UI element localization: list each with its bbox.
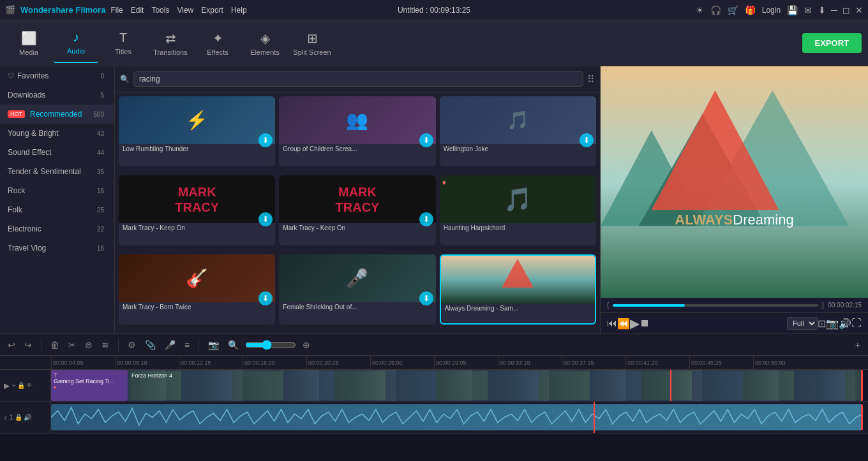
- audio-card-2[interactable]: 👥 Group of Children Screa... ⬇: [279, 96, 435, 166]
- ruler-mark-5: 00:00:25:00: [370, 356, 434, 370]
- audio-vol-button[interactable]: 🔊: [24, 414, 31, 421]
- gift-icon[interactable]: 🎁: [745, 5, 756, 15]
- sidebar-item-electronic[interactable]: Electronic 22: [0, 219, 114, 238]
- download-button-2[interactable]: ⬇: [419, 133, 433, 147]
- track-eye-button[interactable]: 👁: [26, 382, 33, 389]
- mail-icon[interactable]: ✉: [804, 5, 812, 15]
- zoom-slider[interactable]: [245, 340, 296, 350]
- sun-icon[interactable]: ☀: [696, 5, 704, 15]
- video-track-controls: + 🔒 👁: [12, 382, 33, 389]
- download-button-4[interactable]: ⬇: [258, 212, 273, 226]
- audio-adjust-button[interactable]: ⊜: [82, 339, 95, 351]
- audio-grid: ⚡ Low Rumbling Thunder ⬇ 👥 Group of Chil…: [115, 92, 600, 333]
- effects-label: Effects: [207, 48, 228, 56]
- wave-button[interactable]: ≋: [99, 339, 112, 351]
- fullscreen-button[interactable]: ⛶: [851, 318, 862, 329]
- sidebar-item-rock[interactable]: Rock 16: [0, 181, 114, 200]
- download-button-5[interactable]: ⬇: [419, 212, 433, 226]
- cart-icon[interactable]: 🛒: [728, 5, 738, 15]
- download-button-1[interactable]: ⬇: [258, 133, 273, 147]
- audio-lock-button[interactable]: 🔒: [15, 414, 22, 421]
- step-back-button[interactable]: ⏪: [617, 318, 630, 330]
- maximize-button[interactable]: ◻: [842, 5, 850, 15]
- audio-track-content[interactable]: [51, 402, 868, 433]
- screenshot-button[interactable]: 📷: [826, 318, 839, 330]
- play-button[interactable]: ▶: [630, 316, 640, 331]
- mic-button[interactable]: 🎤: [162, 339, 178, 351]
- title-bar: 🎬 Wondershare Filmora File Edit Tools Vi…: [0, 0, 868, 20]
- track-lock-button[interactable]: 🔒: [17, 382, 25, 389]
- sidebar-item-young-bright[interactable]: Young & Bright 43: [0, 124, 114, 143]
- stop-button[interactable]: ⏹: [640, 318, 650, 329]
- export-button[interactable]: EXPORT: [802, 33, 862, 53]
- sidebar-item-folk[interactable]: Folk 25: [0, 200, 114, 219]
- toolbar-titles[interactable]: T Titles: [101, 24, 146, 63]
- toolbar-audio[interactable]: ♪ Audio: [54, 24, 98, 63]
- sidebar-item-recommended[interactable]: HOTRecommended 500: [0, 105, 114, 124]
- menu-edit[interactable]: Edit: [131, 6, 144, 15]
- zoom-out-button[interactable]: 🔍: [225, 339, 241, 351]
- menu-help[interactable]: Help: [231, 6, 247, 15]
- audio-card-1[interactable]: ⚡ Low Rumbling Thunder ⬇: [119, 96, 275, 166]
- sidebar-item-downloads[interactable]: Downloads 5: [0, 85, 114, 105]
- audio-card-9[interactable]: Always Dreaming - Sam...: [440, 254, 596, 325]
- toolbar-effects[interactable]: ✦ Effects: [195, 24, 240, 63]
- grid-view-icon[interactable]: ⠿: [587, 73, 595, 85]
- cut-button[interactable]: ✂: [66, 339, 79, 351]
- preview-progress-bar[interactable]: [613, 304, 818, 307]
- skip-back-button[interactable]: ⏮: [607, 318, 617, 329]
- timeline-ruler: 00:00:04:05 00:00:08:10 00:00:12:15 00:0…: [0, 356, 868, 370]
- audio-card-4[interactable]: MARKTRACY Mark Tracy - Keep On ⬇: [119, 175, 275, 245]
- ruler-mark-4: 00:00:20:25: [306, 356, 370, 370]
- track-add-button[interactable]: +: [12, 382, 16, 389]
- add-track-button[interactable]: +: [853, 339, 863, 351]
- menu-export[interactable]: Export: [201, 6, 223, 15]
- toolbar-elements[interactable]: ◈ Elements: [243, 24, 287, 63]
- settings-button[interactable]: ⚙: [125, 339, 138, 351]
- snapshot-button[interactable]: 📷: [206, 339, 221, 351]
- volume-button[interactable]: 🔊: [839, 318, 851, 330]
- login-button[interactable]: Login: [762, 6, 781, 15]
- toolbar-transitions[interactable]: ⇄ Transitions: [148, 24, 193, 63]
- audio-card-7[interactable]: 🎸 Mark Tracy - Born Twice ⬇: [119, 254, 275, 325]
- download-icon[interactable]: ⬇: [818, 5, 826, 15]
- zoom-in-button[interactable]: ⊕: [300, 339, 313, 351]
- headset-icon[interactable]: 🎧: [710, 5, 721, 15]
- clip-button[interactable]: 📎: [142, 339, 158, 351]
- audio-card-6[interactable]: ♦ 🎵 Haunting Harpsichord: [440, 175, 596, 245]
- audio-track-controls: 1 🔒 🔊: [10, 414, 31, 421]
- minimize-button[interactable]: ─: [831, 5, 837, 15]
- preview-video-area: ALWAYSDreaming: [601, 66, 868, 298]
- video-track-content[interactable]: T Gaming Set Racing Ti... ♦ Forza Horizo…: [51, 370, 868, 401]
- audio-label: Audio: [67, 47, 85, 55]
- fit-button[interactable]: ⊡: [818, 318, 826, 330]
- download-button-3[interactable]: ⬇: [580, 133, 594, 147]
- audio-card-3[interactable]: 🎵 Wellington Joke ⬇: [440, 96, 596, 166]
- sidebar-item-sound-effect[interactable]: Sound Effect 44: [0, 143, 114, 162]
- timeline: ↩ ↪ 🗑 ✂ ⊜ ≋ ⚙ 📎 🎤 ≡ 📷 🔍 ⊕ + 00:00:04:05 …: [0, 333, 868, 461]
- audio-card-label-2: Group of Children Screa...: [279, 143, 361, 155]
- download-button-7[interactable]: ⬇: [258, 291, 273, 305]
- ruler-mark-3: 00:00:16:20: [243, 356, 306, 370]
- toolbar-media[interactable]: ⬜ Media: [6, 24, 51, 63]
- sidebar-item-favorites[interactable]: ♡Favorites 0: [0, 66, 114, 85]
- sidebar-item-tender[interactable]: Tender & Sentimental 35: [0, 162, 114, 181]
- delete-button[interactable]: 🗑: [48, 339, 62, 351]
- save-icon[interactable]: 💾: [787, 5, 798, 15]
- undo-button[interactable]: ↩: [5, 339, 18, 351]
- menu-view[interactable]: View: [177, 6, 193, 15]
- close-button[interactable]: ✕: [855, 5, 863, 15]
- menu-tools[interactable]: Tools: [151, 6, 169, 15]
- sidebar-item-travel-vlog[interactable]: Travel Vlog 16: [0, 238, 114, 258]
- audio-card-8[interactable]: 🎤 Female Shrieking Out of... ⬇: [279, 254, 435, 325]
- toolbar-split-screen[interactable]: ⊞ Split Screen: [290, 24, 334, 63]
- search-input[interactable]: [133, 71, 583, 87]
- quality-select[interactable]: Full: [787, 317, 818, 330]
- audio-card-label-7: Mark Tracy - Born Twice: [119, 301, 195, 313]
- audio-card-5[interactable]: MARKTRACY Mark Tracy - Keep On ⬇: [279, 175, 435, 245]
- transitions-label: Transitions: [153, 48, 187, 56]
- redo-button[interactable]: ↪: [22, 339, 34, 351]
- download-button-8[interactable]: ⬇: [419, 291, 433, 305]
- align-button[interactable]: ≡: [182, 339, 192, 351]
- menu-file[interactable]: File: [110, 6, 123, 15]
